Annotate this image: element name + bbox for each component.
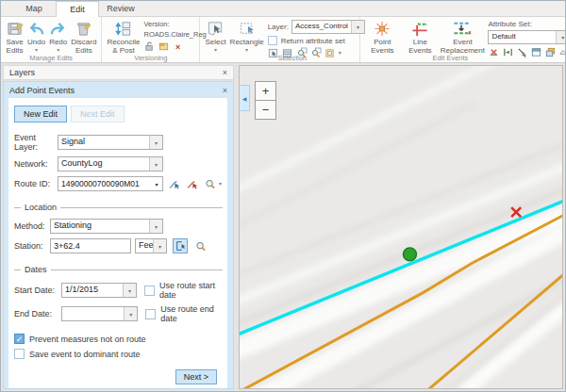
select-route-on-map-icon[interactable]	[167, 177, 181, 191]
add-point-events-title: Add Point Events	[9, 86, 75, 95]
point-event-marker[interactable]	[403, 248, 416, 261]
return-attribute-set-label: Return attribute set	[281, 37, 345, 45]
group-label-selection: Selection	[200, 54, 359, 62]
use-route-end-date-label: Use route end date	[160, 304, 223, 323]
group-versioning: Reconcile & Post Version: ROADS.Claire_R…	[102, 17, 200, 62]
attribute-set-value: Default	[489, 31, 556, 43]
new-version-icon[interactable]	[158, 41, 170, 53]
method-dropdown[interactable]: Stationing ▾	[50, 219, 163, 234]
attribute-set-label: Attribute Set:	[488, 20, 566, 28]
method-dropdown-arrow-icon[interactable]: ▾	[149, 220, 162, 233]
reconcile-post-label: Reconcile & Post	[107, 39, 140, 56]
undo-label: Undo	[27, 39, 45, 47]
rectangle-dropdown-icon[interactable]: ▾	[245, 48, 248, 52]
redo-label: Redo	[49, 39, 67, 47]
rectangle-select-icon	[238, 20, 257, 38]
event-layer-dropdown-arrow-icon[interactable]: ▾	[149, 136, 162, 149]
route-id-combo-arrow-icon[interactable]: ▾	[151, 181, 162, 188]
end-date-dropdown-arrow-icon[interactable]: ▾	[124, 307, 137, 320]
group-label-edit-events: Edit Events	[360, 54, 566, 62]
point-events-icon	[373, 20, 391, 38]
reconcile-post-button[interactable]: Reconcile & Post	[105, 19, 142, 57]
new-edit-button[interactable]: New Edit	[14, 106, 67, 122]
layers-close-icon[interactable]: ×	[223, 68, 227, 77]
dates-section-label: Dates	[25, 265, 47, 274]
layer-label: Layer:	[268, 23, 289, 31]
prevent-measures-checkbox[interactable]: ✓	[14, 334, 25, 344]
station-value: 3+62.4	[54, 241, 80, 251]
next-button[interactable]: Next >	[175, 369, 217, 384]
rectangle-label: Rectangle	[230, 39, 264, 47]
discard-edits-icon	[75, 20, 92, 38]
units-dropdown-arrow-icon[interactable]: ▾	[153, 239, 166, 253]
use-route-start-date-checkbox[interactable]	[144, 286, 155, 296]
units-dropdown[interactable]: Feet ▾	[135, 238, 167, 253]
group-label-manage-edits: Manage Edits	[1, 54, 101, 62]
network-label: Network:	[14, 159, 58, 169]
save-to-dominant-route-checkbox[interactable]	[14, 349, 25, 359]
undo-dropdown-icon[interactable]: ▾	[35, 48, 38, 52]
add-point-events-close-icon[interactable]: ×	[223, 86, 227, 95]
end-date-dropdown[interactable]: ▾	[61, 306, 138, 321]
next-edit-button[interactable]: Next Edit	[71, 106, 125, 122]
clear-route-selection-icon[interactable]	[185, 177, 199, 191]
event-replacement-button[interactable]: Event Replacement	[439, 19, 486, 57]
application-window: Map Edit Review Save Edits Undo ▾	[0, 0, 566, 392]
tab-review[interactable]: Review	[99, 1, 142, 16]
start-date-label: Start Date:	[14, 286, 61, 295]
attribute-set-dropdown-arrow-icon[interactable]: ▾	[556, 31, 566, 43]
point-events-button[interactable]: Point Events	[363, 19, 401, 57]
network-dropdown[interactable]: CountyLog ▾	[58, 156, 163, 172]
undo-button[interactable]: Undo ▾	[25, 19, 47, 53]
unlock-version-icon[interactable]	[144, 41, 156, 53]
panel-collapse-tab[interactable]: ◀	[240, 85, 250, 111]
zoom-to-route-dropdown-icon[interactable]: ▾	[219, 182, 222, 186]
start-date-dropdown[interactable]: 1/1/2015 ▾	[61, 283, 137, 298]
line-events-button[interactable]: Line Events	[401, 19, 439, 57]
dates-section-divider: Dates	[14, 265, 223, 274]
return-attribute-set-checkbox[interactable]	[268, 36, 277, 45]
layer-dropdown[interactable]: Access_Control ▾	[291, 20, 365, 34]
tab-edit[interactable]: Edit	[56, 1, 99, 17]
start-date-dropdown-arrow-icon[interactable]: ▾	[123, 284, 136, 297]
event-layer-value: Signal	[58, 136, 149, 149]
zoom-out-button[interactable]: −	[255, 100, 276, 120]
add-point-events-header[interactable]: Add Point Events ×	[4, 82, 233, 98]
end-date-label: End Date:	[14, 309, 61, 318]
zoom-to-station-icon[interactable]	[193, 238, 208, 253]
event-layer-dropdown[interactable]: Signal ▾	[58, 135, 163, 150]
pick-station-from-map-tool[interactable]	[173, 238, 188, 253]
map-zoom-control: + −	[255, 81, 276, 120]
redo-dropdown-icon[interactable]: ▾	[57, 48, 59, 52]
select-button[interactable]: Select ▾	[203, 19, 227, 53]
zoom-to-route-icon[interactable]	[203, 177, 217, 191]
group-edit-events: Point Events Line Events Event Replaceme…	[360, 17, 566, 62]
map-canvas[interactable]	[240, 66, 562, 388]
tab-map[interactable]: Map	[12, 1, 56, 16]
event-replacement-icon	[452, 20, 473, 38]
zoom-in-button[interactable]: +	[255, 81, 276, 101]
route-id-label: Route ID:	[14, 179, 58, 188]
route-id-combo[interactable]: 14900000700090M01 ▾	[58, 176, 163, 191]
station-input[interactable]: 3+62.4	[50, 238, 131, 253]
use-route-end-date-checkbox[interactable]	[145, 309, 156, 319]
content-area: Layers × Add Point Events × New Edit Nex…	[1, 63, 565, 391]
left-panel: Layers × Add Point Events × New Edit Nex…	[1, 63, 235, 391]
discard-edits-button[interactable]: Discard Edits	[69, 19, 98, 57]
point-events-label: Point Events	[365, 39, 399, 56]
map-view[interactable]: ◀ + −	[239, 65, 563, 389]
select-dropdown-icon[interactable]: ▾	[214, 48, 217, 52]
basemap-roads	[240, 66, 562, 388]
rectangle-button[interactable]: Rectangle ▾	[228, 19, 266, 53]
network-dropdown-arrow-icon[interactable]: ▾	[149, 157, 162, 171]
layers-pane-header[interactable]: Layers ×	[3, 65, 234, 80]
add-point-events-pane: Add Point Events × New Edit Next Edit Ev…	[3, 81, 234, 389]
attribute-set-dropdown[interactable]: Default ▾	[488, 30, 566, 44]
save-to-dominant-route-label: Save event to dominant route	[29, 350, 141, 359]
layer-value: Access_Control	[292, 21, 351, 33]
delete-version-icon[interactable]: ×	[173, 41, 184, 53]
redo-button[interactable]: Redo ▾	[47, 19, 69, 53]
units-value: Feet	[136, 239, 153, 253]
group-label-versioning: Versioning	[102, 54, 199, 62]
save-edits-button[interactable]: Save Edits	[4, 19, 25, 57]
